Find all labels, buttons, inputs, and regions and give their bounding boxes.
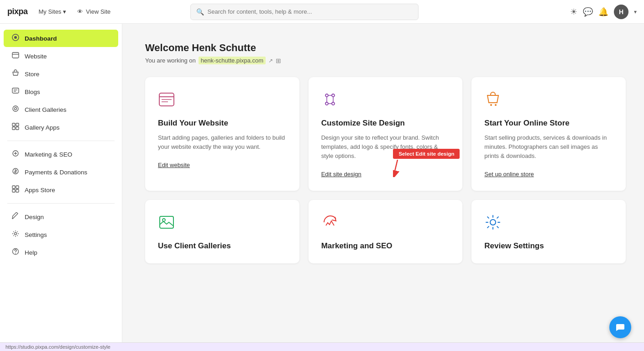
card-title: Build Your Website [158, 119, 287, 128]
help-icon [11, 248, 20, 257]
sidebar-item-label: Dashboard [25, 35, 57, 42]
card-build-website: Build Your Website Start adding pages, g… [145, 77, 299, 191]
sidebar-divider [7, 141, 115, 141]
sidebar-item-label: Payments & Donations [25, 169, 87, 176]
client-galleries-card-icon [158, 214, 287, 234]
svg-rect-11 [12, 127, 15, 130]
edit-site-design-link[interactable]: Edit site design [321, 171, 361, 178]
eye-icon: 👁 [77, 8, 83, 15]
notification-icon[interactable]: 🔔 [598, 7, 608, 17]
blogs-icon [11, 87, 20, 96]
card-title: Use Client Galleries [158, 241, 287, 251]
sidebar-item-help[interactable]: Help [4, 244, 118, 261]
svg-point-39 [490, 220, 496, 225]
cards-grid-row1: Build Your Website Start adding pages, g… [145, 77, 626, 191]
chat-button[interactable] [609, 316, 631, 338]
card-client-galleries: Use Client Galleries [145, 200, 299, 263]
website-icon [11, 52, 20, 61]
sidebar-item-payments-donations[interactable]: Payments & Donations [4, 163, 118, 181]
review-settings-icon [484, 214, 613, 234]
svg-rect-2 [12, 52, 19, 58]
sidebar-item-label: Gallery Apps [25, 124, 60, 131]
svg-point-1 [14, 36, 17, 39]
apps-store-icon [11, 185, 20, 194]
cards-grid-row2: Use Client Galleries Marketing and SEO [145, 200, 626, 263]
statusbar: https://studio.pixpa.com/design/customiz… [0, 342, 644, 351]
sidebar-item-label: Design [25, 214, 44, 220]
online-store-icon [484, 91, 613, 111]
card-title: Review Settings [484, 241, 613, 251]
avatar[interactable]: H [614, 5, 628, 19]
sidebar-divider-2 [7, 203, 115, 204]
sidebar: Dashboard Website Store Blogs Client Gal… [0, 24, 122, 342]
statusbar-url: https://studio.pixpa.com/design/customiz… [5, 344, 110, 350]
sidebar-item-gallery-apps[interactable]: Gallery Apps [4, 119, 118, 136]
sidebar-item-blogs[interactable]: Blogs [4, 83, 118, 100]
marketing-icon [11, 150, 20, 159]
sidebar-item-dashboard[interactable]: Dashboard [4, 30, 118, 47]
view-site-label: View Site [86, 8, 110, 15]
payments-icon [11, 168, 20, 177]
card-title: Customize Site Design [321, 119, 450, 128]
sidebar-item-label: Client Galleries [25, 106, 67, 113]
svg-point-29 [332, 102, 335, 105]
svg-rect-10 [16, 123, 19, 126]
sidebar-item-design[interactable]: Design [4, 208, 118, 225]
layout: Dashboard Website Store Blogs Client Gal… [0, 24, 644, 342]
site-url-link[interactable]: henk-schutte.pixpa.com [199, 57, 266, 64]
search-input[interactable] [208, 8, 413, 15]
card-marketing-seo: Marketing and SEO [309, 200, 463, 263]
my-sites-button[interactable]: My Sites ▾ [35, 6, 70, 17]
svg-rect-4 [12, 88, 19, 93]
svg-point-35 [490, 104, 492, 106]
sidebar-item-website[interactable]: Website [4, 47, 118, 65]
customize-design-icon [321, 91, 450, 111]
svg-rect-15 [12, 186, 15, 189]
edit-website-link[interactable]: Edit website [158, 162, 190, 168]
working-on-prefix: You are working on [145, 57, 196, 64]
svg-rect-9 [12, 123, 15, 126]
sidebar-item-label: Help [25, 249, 37, 256]
chevron-down-icon: ▾ [63, 8, 66, 15]
card-title: Start Your Online Store [484, 119, 613, 128]
build-website-icon [158, 91, 287, 111]
card-desc: Start adding pages, galleries and folder… [158, 133, 287, 152]
sidebar-item-store[interactable]: Store [4, 65, 118, 83]
my-sites-label: My Sites [39, 8, 62, 15]
sidebar-item-label: Marketing & SEO [25, 151, 72, 158]
comment-icon[interactable]: 💬 [583, 7, 593, 17]
chevron-down-icon[interactable]: ▾ [634, 9, 637, 15]
search-bar[interactable]: 🔍 [190, 4, 419, 20]
brightness-icon[interactable]: ☀ [570, 7, 577, 17]
view-site-button[interactable]: 👁 View Site [77, 8, 110, 15]
set-up-online-store-link[interactable]: Set up online store [484, 171, 534, 178]
settings-icon [11, 230, 20, 239]
sidebar-item-label: Apps Store [25, 187, 55, 194]
annotation-arrow [393, 159, 420, 177]
svg-point-19 [15, 233, 17, 235]
svg-point-21 [15, 253, 16, 254]
sidebar-item-label: Blogs [25, 89, 40, 95]
svg-rect-12 [16, 127, 19, 130]
card-desc: Start selling products, services & downl… [484, 133, 613, 161]
qr-icon[interactable]: ⊞ [276, 57, 281, 64]
sidebar-item-apps-store[interactable]: Apps Store [4, 181, 118, 199]
working-on-bar: You are working on henk-schutte.pixpa.co… [145, 57, 626, 64]
logo: pixpa [7, 7, 28, 16]
external-link-icon[interactable]: ↗ [268, 58, 273, 64]
sidebar-item-settings[interactable]: Settings [4, 226, 118, 243]
svg-point-27 [332, 94, 335, 97]
card-desc: Design your site to reflect your brand. … [321, 133, 450, 161]
design-icon [11, 212, 20, 221]
card-review-settings: Review Settings [471, 200, 626, 263]
marketing-seo-card-icon [321, 214, 450, 234]
topnav-right: ☀ 💬 🔔 H ▾ [570, 5, 637, 19]
svg-point-7 [13, 106, 18, 111]
sidebar-item-marketing-seo[interactable]: Marketing & SEO [4, 146, 118, 163]
svg-rect-17 [12, 189, 15, 192]
card-customize-site-design: Customize Site Design Design your site t… [309, 77, 463, 191]
sidebar-item-label: Store [25, 71, 39, 78]
sidebar-item-client-galleries[interactable]: Client Galleries [4, 101, 118, 118]
store-icon [11, 69, 20, 79]
svg-point-8 [15, 108, 17, 110]
